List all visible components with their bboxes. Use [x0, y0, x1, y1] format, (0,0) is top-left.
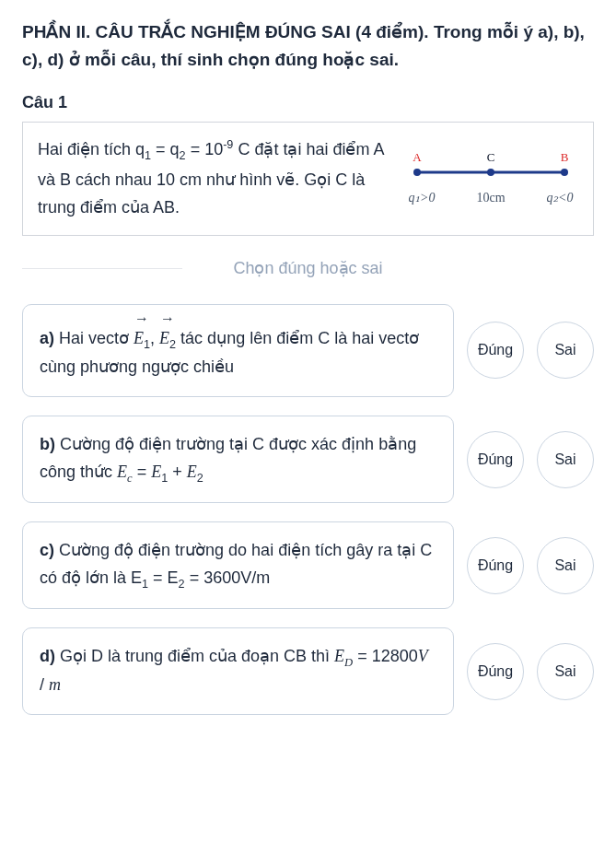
ed-e: E	[334, 647, 344, 665]
qtext-1: Hai điện tích q	[38, 140, 145, 158]
diagram-dist: 10cm	[476, 191, 505, 205]
opt-c-eq: = E	[148, 568, 179, 587]
choose-heading: Chọn đúng hoặc sai	[22, 258, 594, 278]
ec-e: E	[117, 463, 127, 481]
option-text-c: c) Cường độ điện trường do hai điện tích…	[22, 521, 454, 609]
ed-v: V	[418, 647, 428, 665]
opt-a-t1: Hai vectơ	[59, 329, 134, 347]
ed-m: m	[49, 675, 61, 694]
option-d-true-button[interactable]: Đúng	[467, 643, 524, 700]
section-title: PHẦN II. CÂU TRẮC NGHIỆM ĐÚNG SAI (4 điể…	[22, 18, 594, 75]
opt-c-t2: = 3600V/m	[185, 568, 271, 587]
question-diagram: A C B q₁>0 10cm q₂<0	[403, 135, 578, 218]
svg-point-1	[413, 169, 421, 176]
e2-e: E	[187, 463, 197, 481]
qtext-3: = 10	[186, 140, 224, 158]
opt-d-prefix: d)	[40, 647, 60, 665]
q-sup: -9	[223, 138, 233, 151]
ed-val: 12800	[372, 647, 418, 665]
opt-c-s2: 2	[179, 577, 185, 590]
option-row-b: b) Cường độ điện trường tại C được xác đ…	[22, 416, 594, 503]
opt-b-prefix: b)	[40, 435, 60, 453]
option-d-false-button[interactable]: Sai	[537, 643, 594, 700]
svg-point-3	[561, 169, 568, 176]
ed-d: D	[344, 656, 353, 669]
svg-point-2	[487, 169, 494, 176]
e2-2: 2	[197, 471, 203, 484]
option-text-a: a) Hai vectơ →E1, →E2 tác dụng lên điểm …	[22, 304, 454, 397]
option-row-c: c) Cường độ điện trường do hai điện tích…	[22, 521, 594, 609]
question-text: Hai điện tích q1 = q2 = 10-9 C đặt tại h…	[38, 135, 389, 222]
vector-e1: →E1	[134, 320, 150, 354]
opt-a-prefix: a)	[40, 329, 59, 347]
opt-a-comma: ,	[150, 329, 155, 347]
option-text-b: b) Cường độ điện trường tại C được xác đ…	[22, 416, 454, 503]
q-sub2: 2	[180, 148, 186, 161]
option-row-a: a) Hai vectơ →E1, →E2 tác dụng lên điểm …	[22, 304, 594, 397]
diagram-q1: q₁>0	[408, 191, 435, 205]
question-label: Câu 1	[22, 93, 594, 112]
opt-c-prefix: c)	[40, 541, 59, 559]
diagram-q2: q₂<0	[546, 191, 573, 205]
ed-eq: =	[353, 647, 372, 665]
qtext-2: = q	[151, 140, 180, 158]
option-b-false-button[interactable]: Sai	[537, 431, 594, 488]
opt-b-t1: Cường độ điện trường tại C được xác định…	[40, 435, 416, 481]
option-a-false-button[interactable]: Sai	[537, 322, 594, 379]
option-c-true-button[interactable]: Đúng	[467, 537, 524, 594]
diagram-label-b: B	[561, 150, 569, 164]
option-c-false-button[interactable]: Sai	[537, 537, 594, 594]
diagram-label-a: A	[413, 150, 422, 164]
vector-e2: →E2	[159, 320, 176, 354]
option-text-d: d) Gọi D là trung điểm của đoạn CB thì E…	[22, 627, 454, 715]
ec-eq: =	[133, 463, 152, 481]
ed-slash: /	[40, 675, 49, 694]
diagram-label-c: C	[487, 150, 495, 164]
opt-d-t1: Gọi D là trung điểm của đoạn CB thì	[60, 647, 334, 665]
question-box: Hai điện tích q1 = q2 = 10-9 C đặt tại h…	[22, 122, 594, 236]
options-container: a) Hai vectơ →E1, →E2 tác dụng lên điểm …	[22, 304, 594, 715]
option-a-true-button[interactable]: Đúng	[467, 322, 524, 379]
plus: +	[168, 463, 187, 481]
option-b-true-button[interactable]: Đúng	[467, 431, 524, 488]
option-row-d: d) Gọi D là trung điểm của đoạn CB thì E…	[22, 627, 594, 715]
e1-e: E	[151, 463, 161, 481]
